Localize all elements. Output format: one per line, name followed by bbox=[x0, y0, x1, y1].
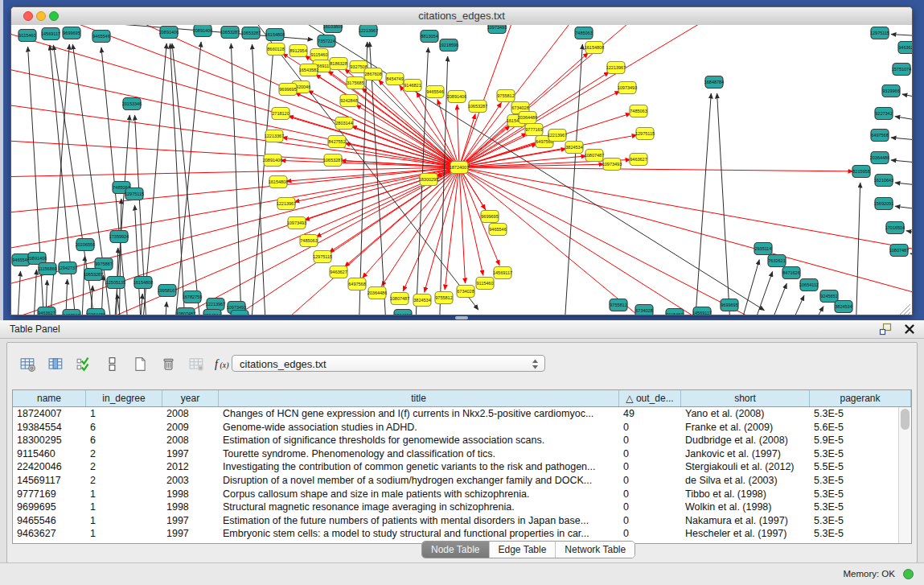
graph-node[interactable]: 6734028 bbox=[457, 286, 474, 298]
select-rows-icon[interactable] bbox=[73, 353, 94, 374]
graph-node[interactable]: 20206556 bbox=[76, 239, 95, 251]
graph-node[interactable]: 14569117 bbox=[692, 307, 712, 315]
table-row[interactable]: 946362711997Embryonic stem cells: a mode… bbox=[13, 527, 899, 541]
graph-node[interactable]: 9465546 bbox=[426, 86, 444, 98]
graph-node[interactable]: 10807487 bbox=[889, 245, 909, 257]
graph-node[interactable]: 16543582 bbox=[299, 64, 318, 76]
graph-node[interactable]: 10653287 bbox=[323, 154, 343, 167]
tab-edge-table[interactable]: Edge Table bbox=[490, 542, 556, 558]
graph-node[interactable]: 18300295 bbox=[419, 174, 438, 186]
graph-node[interactable]: 7357224 bbox=[318, 35, 335, 47]
graph-node[interactable]: 3824534 bbox=[413, 295, 431, 307]
table-vertical-scrollbar[interactable] bbox=[898, 407, 911, 543]
window-titlebar[interactable]: citations_edges.txt bbox=[11, 7, 912, 26]
network-graph-canvas[interactable]: 9115460145691179699695946554620891406208… bbox=[11, 25, 912, 315]
graph-node[interactable]: 2867608 bbox=[364, 68, 382, 80]
graph-node[interactable]: 8660128 bbox=[267, 43, 285, 56]
column-header-year[interactable]: year bbox=[162, 390, 219, 406]
graph-node[interactable]: 10807487 bbox=[390, 293, 409, 305]
graph-node[interactable]: 16154808 bbox=[269, 176, 288, 188]
graph-node[interactable]: 6734028 bbox=[394, 310, 412, 315]
graph-node[interactable]: 6497568 bbox=[348, 278, 366, 290]
graph-node[interactable]: 10653287 bbox=[84, 269, 103, 281]
graph-node[interactable]: 9115460 bbox=[666, 309, 684, 315]
graph-node[interactable]: 7632621 bbox=[768, 255, 786, 267]
graph-node[interactable]: 9699695 bbox=[481, 211, 499, 223]
graph-node[interactable]: 3824534 bbox=[203, 310, 221, 315]
graph-node[interactable]: 9699695 bbox=[721, 299, 738, 311]
memory-status-indicator[interactable] bbox=[903, 569, 914, 579]
column-header-in_degree[interactable]: in_degree bbox=[86, 390, 162, 406]
graph-node[interactable]: 10807487 bbox=[585, 150, 604, 162]
graph-node[interactable]: 20364486 bbox=[518, 112, 537, 124]
graph-node[interactable]: 12942737 bbox=[58, 262, 77, 274]
graph-node[interactable]: 19958167 bbox=[158, 285, 177, 297]
graph-node[interactable]: 20891406 bbox=[193, 25, 212, 37]
graph-node[interactable]: 20364486 bbox=[86, 309, 105, 315]
graph-node[interactable]: 10973493 bbox=[602, 159, 622, 171]
delete-column-icon[interactable] bbox=[158, 353, 179, 374]
graph-node[interactable]: 17359924 bbox=[109, 231, 129, 243]
graph-node[interactable]: 12213967 bbox=[548, 130, 567, 142]
graph-node[interactable]: 9115460 bbox=[310, 49, 328, 61]
graph-node[interactable]: 12213967 bbox=[359, 25, 378, 37]
graph-node[interactable]: 16154808 bbox=[585, 42, 604, 54]
table-row[interactable]: 946554611997Estimation of the future num… bbox=[13, 514, 899, 528]
graph-node[interactable]: 16782759 bbox=[183, 291, 202, 303]
graph-node[interactable]: 20364486 bbox=[870, 152, 889, 164]
column-header-short[interactable]: short bbox=[681, 390, 810, 406]
graph-node[interactable]: 14569117 bbox=[41, 28, 60, 40]
graph-node[interactable]: 16154808 bbox=[265, 29, 285, 41]
graph-node[interactable]: 8471626 bbox=[782, 267, 800, 279]
table-row[interactable]: 977716911998Corpus callosum shape and si… bbox=[13, 488, 899, 501]
graph-node[interactable]: 2803144 bbox=[335, 117, 353, 130]
graph-node[interactable]: 9115460 bbox=[18, 30, 36, 42]
graph-node[interactable]: 10973493 bbox=[618, 82, 637, 94]
graph-node[interactable]: 2935114 bbox=[754, 243, 772, 255]
column-header-pagerank[interactable]: pagerank bbox=[810, 390, 911, 406]
column-header-out_de[interactable]: △ out_de... bbox=[619, 390, 681, 406]
create-column-icon[interactable] bbox=[129, 353, 150, 374]
graph-node[interactable]: 9329966 bbox=[882, 85, 900, 97]
graph-node[interactable]: 9463627 bbox=[38, 307, 55, 315]
graph-node[interactable]: 10973493 bbox=[287, 217, 306, 229]
graph-node[interactable]: 10654112 bbox=[799, 279, 819, 291]
graph-node[interactable]: 12213967 bbox=[206, 299, 225, 311]
row-height-icon[interactable] bbox=[101, 353, 122, 374]
graph-node[interactable]: 20153346 bbox=[122, 98, 142, 110]
table-row[interactable]: 911546021997Tourette syndrome. Phenomeno… bbox=[13, 447, 899, 461]
graph-node[interactable]: 3824534 bbox=[565, 142, 583, 154]
graph-node[interactable]: 9463627 bbox=[898, 42, 912, 54]
graph-node[interactable]: 9463627 bbox=[330, 266, 347, 278]
graph-node[interactable]: 8427552 bbox=[328, 136, 346, 148]
graph-node[interactable]: 19218596 bbox=[439, 39, 458, 51]
tab-node-table[interactable]: Node Table bbox=[422, 542, 490, 558]
graph-node[interactable]: 9755812 bbox=[610, 299, 627, 311]
float-panel-icon[interactable] bbox=[879, 323, 892, 336]
graph-node[interactable]: 12975115 bbox=[313, 251, 332, 263]
graph-node[interactable]: 9755812 bbox=[231, 311, 248, 315]
panel-splitter-handle[interactable] bbox=[455, 316, 468, 319]
graph-node[interactable]: 12213367 bbox=[265, 130, 284, 142]
table-row[interactable]: 969969511998Structural magnetic resonanc… bbox=[13, 501, 899, 514]
graph-node[interactable]: 3175685 bbox=[347, 77, 364, 89]
graph-node[interactable]: 16154808 bbox=[133, 277, 153, 289]
graph-node[interactable]: 8912954 bbox=[290, 45, 307, 57]
graph-node[interactable]: 12213967 bbox=[277, 198, 296, 210]
graph-node[interactable]: 8215958 bbox=[852, 166, 870, 178]
graph-node[interactable]: 16210643 bbox=[874, 175, 893, 187]
graph-node[interactable]: 8813054 bbox=[421, 31, 438, 43]
graph-node[interactable]: 9699695 bbox=[63, 27, 80, 39]
graph-node[interactable]: 9227342 bbox=[875, 108, 893, 120]
graph-node[interactable]: 9115460 bbox=[476, 278, 494, 290]
table-row[interactable]: 1872400712008Changes of HCN gene express… bbox=[13, 407, 899, 421]
graph-node[interactable]: 3824534 bbox=[835, 301, 852, 313]
tab-network-table[interactable]: Network Table bbox=[556, 542, 634, 558]
graph-node[interactable]: 12213967 bbox=[606, 62, 626, 74]
graph-node[interactable]: 12975115 bbox=[870, 27, 889, 39]
graph-node[interactable]: 10653287 bbox=[468, 101, 487, 113]
graph-node[interactable]: 20891406 bbox=[447, 91, 466, 103]
graph-node[interactable]: 7485063 bbox=[630, 105, 647, 117]
column-header-title[interactable]: title bbox=[219, 390, 619, 406]
table-row[interactable]: 1456911722003Disruption of a novel membe… bbox=[13, 474, 899, 488]
